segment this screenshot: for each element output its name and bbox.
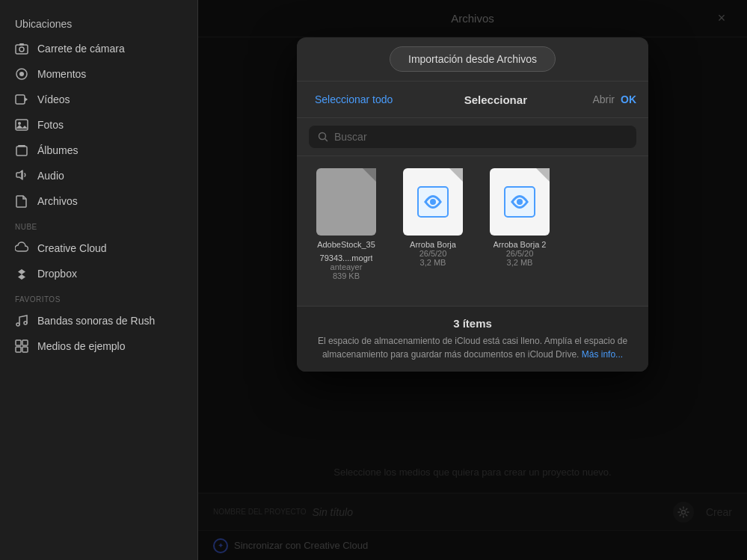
svg-point-8: [18, 122, 21, 125]
sidebar-title: Ubicaciones: [0, 9, 197, 36]
sidebar-item-creative-cloud[interactable]: Creative Cloud: [0, 236, 197, 261]
file-thumbnail: [316, 168, 376, 236]
svg-rect-18: [22, 347, 28, 352]
svg-rect-17: [16, 347, 21, 352]
import-section: Importación desde Archivos: [297, 37, 648, 81]
file-date: anteayer: [331, 262, 363, 271]
svg-point-24: [517, 199, 523, 205]
video-icon: [15, 93, 28, 106]
photo-icon: [15, 118, 28, 132]
motion-icon: [501, 183, 538, 221]
file-date: 26/5/20: [419, 249, 447, 258]
sidebar-item-label: Vídeos: [37, 93, 70, 105]
grid-icon: [15, 339, 28, 353]
sidebar-item-label: Bandas sonoras de Rush: [37, 315, 155, 327]
svg-point-22: [430, 199, 436, 205]
dropbox-icon: [15, 267, 28, 280]
motion-icon: [414, 183, 452, 221]
svg-point-14: [24, 321, 27, 324]
file-size: 3,2 MB: [507, 258, 533, 267]
svg-marker-12: [18, 269, 25, 280]
music-icon: [15, 314, 28, 327]
svg-rect-5: [16, 95, 25, 104]
svg-rect-16: [22, 340, 28, 345]
main-content: Archivos × os para añadirlos. Seleccione…: [198, 0, 747, 560]
modal-title: Seleccionar: [405, 93, 586, 106]
cloud-icon: [15, 241, 28, 255]
sidebar-item-label: Creative Cloud: [37, 242, 107, 254]
file-name: Arroba Borja: [410, 240, 456, 249]
select-all-button[interactable]: Seleccionar todo: [309, 90, 399, 108]
sidebar-item-label: Fotos: [37, 119, 64, 131]
import-from-files-button[interactable]: Importación desde Archivos: [390, 46, 556, 72]
svg-point-13: [16, 323, 19, 326]
storage-link[interactable]: Más info...: [582, 349, 623, 360]
sidebar-item-label: Momentos: [37, 68, 86, 80]
sidebar-item-rush-soundtracks[interactable]: Bandas sonoras de Rush: [0, 308, 197, 333]
search-icon: [318, 132, 328, 142]
search-input[interactable]: [334, 131, 627, 143]
modal-overlay: Importación desde Archivos Seleccionar t…: [198, 0, 747, 560]
sidebar-item-label: Dropbox: [37, 268, 77, 280]
svg-marker-9: [16, 125, 28, 129]
albums-icon: [15, 144, 28, 157]
moments-icon: [15, 67, 28, 81]
svg-rect-10: [16, 147, 27, 156]
svg-rect-15: [16, 340, 21, 345]
modal-search: [297, 118, 648, 156]
favoritos-section-label: FAVORITOS: [0, 286, 197, 308]
sidebar-item-label: Audio: [37, 170, 64, 182]
file-grid: AdobeStock_35 79343....mogrt anteayer 83…: [297, 156, 648, 306]
list-item[interactable]: Arroba Borja 2 26/5/20 3,2 MB: [482, 168, 557, 294]
svg-rect-0: [16, 45, 28, 54]
sidebar-item-photos[interactable]: Fotos: [0, 112, 197, 138]
modal-open-button[interactable]: Abrir: [592, 93, 615, 105]
file-name: AdobeStock_35: [317, 240, 375, 249]
sidebar-item-label: Medios de ejemplo: [37, 340, 126, 352]
sidebar-item-moments[interactable]: Momentos: [0, 61, 197, 87]
file-date: 26/5/20: [506, 249, 534, 258]
svg-point-1: [19, 47, 24, 52]
file-thumbnail: [403, 168, 463, 236]
storage-warning: El espacio de almacenamiento de iCloud e…: [309, 334, 636, 361]
svg-marker-6: [25, 97, 28, 102]
sidebar-item-videos[interactable]: Vídeos: [0, 87, 197, 112]
svg-point-4: [19, 72, 24, 76]
sidebar-item-camera-roll[interactable]: Carrete de cámara: [0, 36, 197, 61]
app-container: Ubicaciones Carrete de cámara Momentos: [0, 0, 747, 560]
nube-section-label: NUBE: [0, 214, 197, 236]
sidebar-item-label: Carrete de cámara: [37, 43, 125, 55]
modal-ok-button[interactable]: OK: [621, 93, 636, 105]
sidebar-item-albums[interactable]: Álbumes: [0, 138, 197, 163]
sidebar: Ubicaciones Carrete de cámara Momentos: [0, 0, 198, 560]
files-icon: [15, 194, 28, 208]
svg-rect-2: [19, 43, 24, 46]
file-size: 839 KB: [333, 271, 360, 280]
file-name2: 79343....mogrt: [320, 253, 373, 262]
modal-bottom: 3 ítems El espacio de almacenamiento de …: [297, 306, 648, 372]
sidebar-item-label: Álbumes: [37, 144, 78, 156]
sidebar-item-dropbox[interactable]: Dropbox: [0, 261, 197, 286]
file-name: Arroba Borja 2: [494, 240, 547, 249]
list-item[interactable]: AdobeStock_35 79343....mogrt anteayer 83…: [309, 168, 384, 294]
svg-rect-11: [18, 145, 25, 147]
list-item[interactable]: Arroba Borja 26/5/20 3,2 MB: [396, 168, 470, 294]
items-count: 3 ítems: [309, 317, 636, 330]
file-picker-modal: Importación desde Archivos Seleccionar t…: [297, 37, 648, 372]
file-size: 3,2 MB: [420, 258, 446, 267]
camera-icon: [15, 42, 28, 55]
sidebar-item-sample-media[interactable]: Medios de ejemplo: [0, 333, 197, 359]
modal-toolbar: Seleccionar todo Seleccionar Abrir OK: [297, 81, 648, 118]
file-thumbnail: [490, 168, 550, 236]
sidebar-item-label: Archivos: [37, 195, 78, 207]
sidebar-item-audio[interactable]: Audio: [0, 163, 197, 188]
audio-icon: [15, 169, 28, 182]
sidebar-item-files[interactable]: Archivos: [0, 188, 197, 214]
